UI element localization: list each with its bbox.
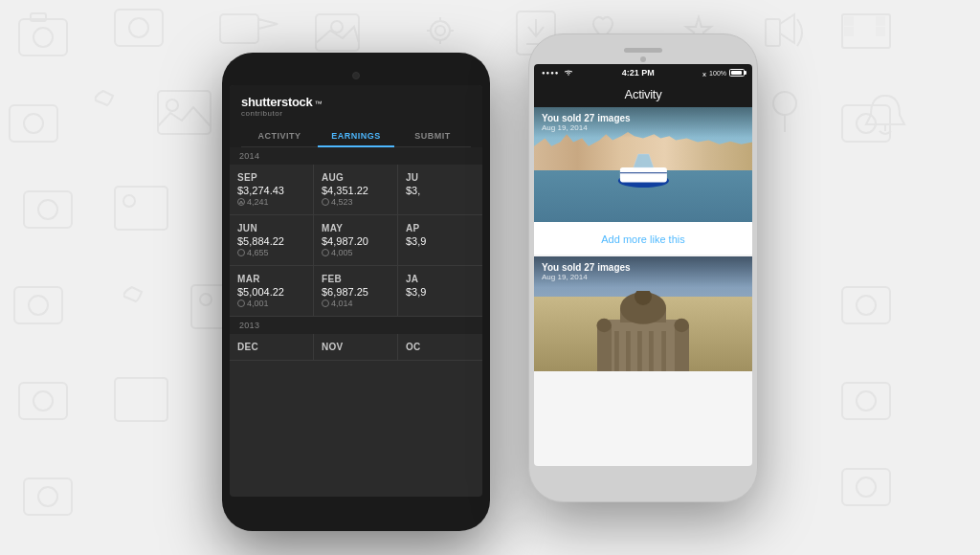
count-may: 4,005 (322, 248, 390, 257)
android-tabs: ACTIVITY EARNINGS SUBMIT (241, 125, 471, 147)
svg-point-88 (674, 319, 689, 332)
month-oct: OC (406, 342, 475, 352)
month-jan: JA (406, 274, 475, 284)
svg-rect-85 (597, 325, 612, 371)
ios-phone: ●●●● 4:21 PM ⁎ 100% Activity (528, 33, 758, 502)
earnings-dec: DEC (230, 334, 314, 361)
amount-jul: $3, (406, 185, 475, 196)
year-2013: 2013 (230, 317, 482, 334)
amount-jun: $5,884.22 (237, 235, 305, 247)
feed-action-bar-1[interactable]: Add more like this (534, 222, 752, 255)
upload-icon-aug (322, 198, 329, 206)
feed-sold-text-1: You sold 27 images (542, 113, 745, 123)
boat-container (578, 147, 709, 188)
year-2014: 2014 (230, 147, 482, 165)
tab-submit[interactable]: SUBMIT (394, 125, 471, 146)
feed-sold-text-2: You sold 27 images (542, 262, 745, 273)
status-right: ⁎ 100% (702, 69, 745, 78)
earnings-jun: JUN $5,884.22 4,655 (230, 215, 314, 266)
month-dec: DEC (237, 342, 305, 352)
bluetooth-icon: ⁎ (702, 69, 706, 78)
main-scene: shutterstock ™ contributor ACTIVITY EARN… (0, 0, 980, 555)
battery-icon (729, 69, 745, 77)
month-feb: FEB (322, 274, 390, 284)
earnings-grid: SEP $3,274.43 4,241 (230, 165, 482, 317)
amount-sep: $3,274.43 (237, 185, 305, 196)
svg-rect-87 (675, 325, 689, 371)
count-sep: 4,241 (237, 197, 305, 207)
svg-point-86 (596, 319, 612, 332)
feed-overlay-1: You sold 27 images Aug 19, 2014 (534, 107, 752, 138)
wifi-icon (563, 69, 574, 77)
month-nov: NOV (322, 342, 390, 352)
feed-item-2: You sold 27 images Aug 19, 2014 (534, 256, 752, 371)
svg-rect-75 (614, 331, 619, 371)
status-left: ●●●● (542, 69, 574, 77)
upload-icon-feb (322, 300, 329, 307)
count-aug: 4,523 (322, 197, 390, 207)
feed-item-1: You sold 27 images Aug 19, 2014 Add more… (534, 107, 752, 255)
shutterstock-logo: shutterstock ™ (241, 95, 471, 109)
month-jul: JU (406, 172, 475, 183)
amount-mar: $5,004.22 (237, 286, 305, 298)
amount-jan: $3,9 (406, 286, 475, 298)
android-phone: shutterstock ™ contributor ACTIVITY EARN… (222, 53, 490, 531)
signal-dots: ●●●● (542, 70, 560, 76)
earnings-may: MAY $4,987.20 4,005 (314, 215, 398, 266)
contributor-text: contributor (241, 109, 471, 118)
logo-trademark: ™ (314, 100, 322, 108)
ios-screen: ●●●● 4:21 PM ⁎ 100% Activity (534, 64, 752, 466)
berlin-cathedral-svg (534, 291, 752, 371)
count-mar: 4,001 (237, 299, 305, 308)
feed-image-berlin: You sold 27 images Aug 19, 2014 (534, 256, 752, 371)
upload-icon-sep (237, 198, 245, 206)
month-may: MAY (322, 223, 390, 233)
ios-feed: You sold 27 images Aug 19, 2014 Add more… (534, 107, 752, 373)
battery-fill (731, 71, 742, 75)
feed-date-2: Aug 19, 2014 (542, 273, 745, 281)
feed-action-link-1[interactable]: Add more like this (601, 233, 684, 245)
upload-icon-mar (237, 300, 245, 307)
earnings-grid-2013: DEC NOV OC (230, 334, 482, 361)
earnings-mar: MAR $5,004.22 4,001 (230, 266, 314, 317)
month-mar: MAR (237, 274, 305, 284)
svg-rect-71 (619, 167, 666, 182)
logo-text: shutterstock (241, 95, 312, 109)
earnings-jan: JA $3,9 (398, 266, 482, 317)
earnings-jul: JU $3, (398, 165, 482, 215)
count-jun: 4,655 (237, 248, 305, 257)
tab-activity[interactable]: ACTIVITY (241, 125, 318, 146)
android-header: shutterstock ™ contributor ACTIVITY EARN… (230, 85, 482, 147)
ios-nav-title: Activity (534, 81, 752, 107)
earnings-sep: SEP $3,274.43 4,241 (230, 165, 314, 215)
amount-apr: $3,9 (406, 235, 475, 247)
earnings-feb: FEB $6,987.25 4,014 (314, 266, 398, 317)
svg-rect-78 (649, 331, 654, 371)
ios-speaker (624, 48, 662, 53)
amount-aug: $4,351.22 (322, 185, 390, 196)
earnings-apr: AP $3,9 (398, 215, 482, 266)
svg-marker-72 (633, 154, 653, 167)
boat-svg (578, 147, 709, 188)
svg-rect-77 (637, 331, 642, 371)
ios-status-bar: ●●●● 4:21 PM ⁎ 100% (534, 64, 752, 81)
earnings-oct: OC (398, 334, 482, 361)
feed-overlay-2: You sold 27 images Aug 19, 2014 (534, 256, 752, 287)
upload-icon-jun (237, 249, 245, 256)
month-apr: AP (406, 223, 475, 233)
amount-may: $4,987.20 (322, 235, 390, 247)
status-time: 4:21 PM (574, 68, 703, 78)
count-feb: 4,014 (322, 299, 390, 308)
ios-camera-dot (640, 56, 646, 62)
android-screen: shutterstock ™ contributor ACTIVITY EARN… (230, 85, 482, 497)
month-jun: JUN (237, 223, 305, 233)
month-aug: AUG (322, 172, 390, 183)
feed-image-harbor: You sold 27 images Aug 19, 2014 (534, 107, 752, 222)
android-camera (352, 72, 360, 79)
svg-rect-76 (626, 331, 631, 371)
month-sep: SEP (237, 172, 305, 183)
battery-label: 100% (709, 70, 726, 77)
android-content: 2014 SEP $3,274.43 4,241 (230, 147, 482, 361)
tab-earnings[interactable]: EARNINGS (318, 125, 394, 146)
svg-rect-79 (661, 331, 666, 371)
